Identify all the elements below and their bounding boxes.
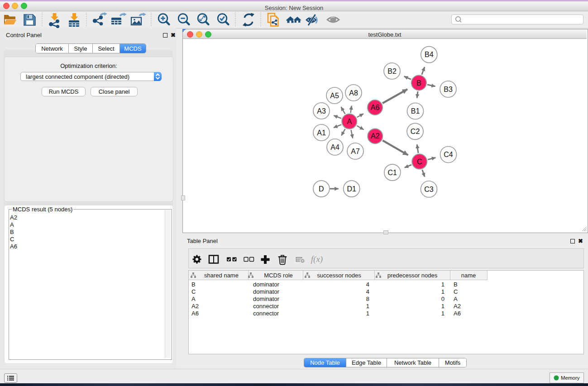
svg-text:C2: C2	[411, 128, 420, 135]
svg-text:C: C	[454, 288, 458, 295]
svg-text:A6: A6	[371, 104, 380, 111]
svg-text:C4: C4	[444, 151, 453, 158]
svg-text:1: 1	[366, 310, 369, 317]
svg-text:dominator: dominator	[253, 288, 279, 295]
svg-text:A1: A1	[317, 129, 326, 137]
svg-text:A8: A8	[349, 89, 358, 97]
svg-text:A: A	[191, 295, 196, 302]
svg-text:predecessor nodes: predecessor nodes	[387, 272, 438, 279]
svg-text:successor nodes: successor nodes	[317, 272, 361, 279]
svg-text:B: B	[416, 79, 421, 87]
svg-text:8: 8	[366, 295, 369, 302]
svg-text:1: 1	[441, 288, 445, 295]
svg-text:A2: A2	[191, 303, 199, 310]
svg-text:A4: A4	[330, 143, 339, 151]
svg-text:C: C	[417, 158, 422, 166]
svg-text:1: 1	[441, 310, 445, 317]
svg-text:A6: A6	[191, 310, 199, 317]
svg-text:B4: B4	[425, 51, 434, 58]
svg-text:A: A	[347, 118, 352, 125]
svg-text:A6: A6	[454, 310, 461, 317]
svg-text:C1: C1	[388, 169, 397, 176]
svg-text:f(x): f(x)	[311, 254, 323, 264]
svg-text:connector: connector	[253, 310, 279, 317]
svg-text:A: A	[454, 295, 458, 302]
svg-text:B: B	[191, 281, 196, 288]
svg-text:4: 4	[366, 288, 369, 295]
svg-text:A2: A2	[454, 303, 461, 310]
svg-text:A3: A3	[317, 107, 326, 115]
svg-text:dominator: dominator	[253, 295, 279, 302]
svg-text:C3: C3	[424, 186, 434, 193]
svg-text:connector: connector	[253, 303, 279, 310]
svg-text:4: 4	[366, 281, 369, 288]
svg-text:shared name: shared name	[204, 272, 239, 279]
svg-text:D: D	[319, 185, 324, 193]
svg-text:name: name	[461, 272, 476, 279]
svg-text:A2: A2	[371, 132, 380, 140]
svg-text:B3: B3	[444, 86, 453, 93]
svg-text:MCDS role: MCDS role	[264, 272, 293, 279]
svg-text:D1: D1	[347, 185, 356, 193]
svg-text:1: 1	[366, 303, 369, 310]
svg-text:A7: A7	[351, 148, 360, 155]
svg-text:B1: B1	[411, 107, 420, 115]
svg-text:1: 1	[441, 281, 445, 288]
svg-text:0: 0	[441, 295, 445, 302]
svg-text:B2: B2	[387, 67, 397, 75]
svg-text:B: B	[454, 281, 458, 288]
svg-text:1: 1	[441, 303, 445, 310]
svg-text:C: C	[191, 288, 196, 295]
svg-text:Memory: Memory	[561, 375, 580, 381]
svg-text:A5: A5	[330, 92, 339, 100]
svg-text:dominator: dominator	[253, 281, 279, 288]
